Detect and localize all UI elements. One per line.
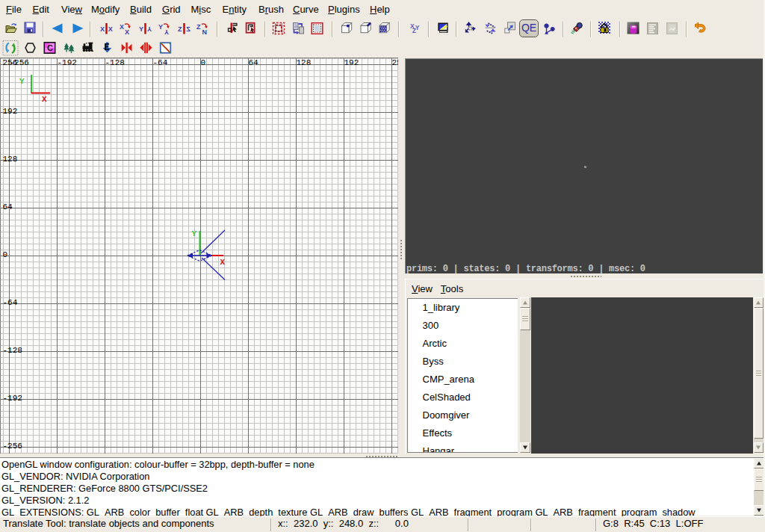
svg-text:Z: Z [178, 25, 182, 33]
svg-text:X: X [108, 25, 113, 33]
svg-text:64: 64 [249, 58, 259, 67]
svg-text:Y: Y [19, 77, 25, 86]
svg-text:0: 0 [201, 58, 206, 67]
svg-text:-256: -256 [10, 58, 29, 67]
svg-text:64: 64 [3, 202, 13, 211]
svg-text:X: X [42, 95, 47, 104]
svg-text:C: C [47, 43, 53, 52]
svg-text:Y: Y [139, 25, 143, 33]
svg-text:-192: -192 [58, 58, 77, 67]
svg-text:Y: Y [147, 25, 152, 33]
svg-text:X: X [100, 25, 105, 33]
svg-text:Z: Z [186, 25, 191, 33]
svg-text:-64: -64 [153, 58, 168, 67]
svg-text:Y: Y [158, 23, 163, 31]
svg-text:Y: Y [164, 28, 169, 36]
svg-text:-128: -128 [3, 346, 22, 355]
svg-text:128: 128 [3, 155, 18, 164]
svg-text:-128: -128 [105, 58, 125, 67]
svg-text:X: X [220, 258, 226, 267]
svg-text:128: 128 [297, 58, 312, 67]
svg-text:-192: -192 [3, 394, 22, 403]
svg-text:X: X [120, 23, 124, 31]
svg-text:192: 192 [344, 58, 359, 67]
svg-text:Y: Y [192, 229, 197, 238]
svg-text:Z: Z [196, 23, 201, 31]
svg-text:192: 192 [3, 107, 18, 116]
svg-text:N: N [202, 28, 208, 36]
svg-text:X: X [125, 28, 129, 36]
svg-text:-256: -256 [3, 442, 22, 451]
svg-text:0: 0 [3, 250, 8, 259]
svg-text:-64: -64 [3, 298, 18, 307]
svg-text:Z: Z [412, 27, 416, 34]
svg-text:256: 256 [392, 58, 399, 67]
